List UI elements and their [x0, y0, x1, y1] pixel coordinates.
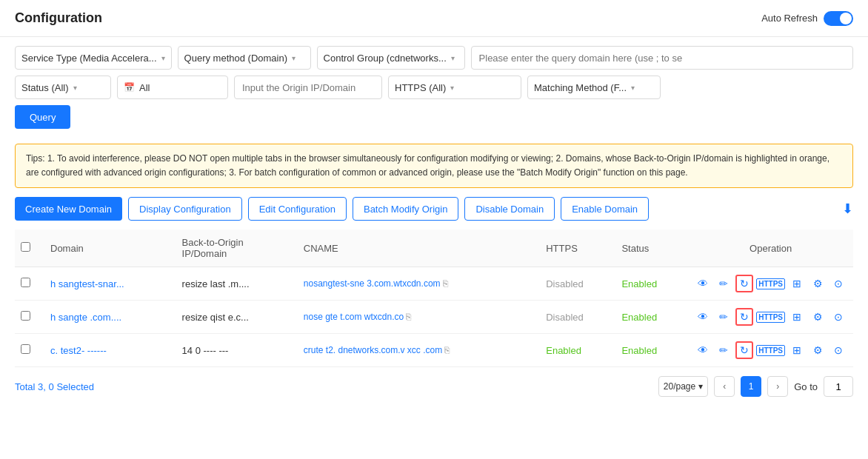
total-info: Total 3, 0 Selected [15, 381, 94, 392]
goto-label: Go to [794, 381, 818, 392]
grid-icon[interactable]: ⊞ [788, 275, 806, 292]
auto-refresh-label: Auto Refresh [761, 13, 818, 24]
copy-icon[interactable]: ⎘ [443, 278, 448, 289]
row-checkbox[interactable] [21, 311, 30, 321]
query-domain-input[interactable] [471, 46, 853, 70]
chevron-down-icon: ▾ [73, 84, 77, 92]
refresh-config-icon[interactable]: ↻ [735, 341, 753, 359]
more-icon[interactable]: ⊙ [829, 341, 847, 359]
tips-box: Tips: 1. To avoid interference, please D… [15, 144, 853, 188]
batch-modify-origin-button[interactable]: Batch Modify Origin [353, 197, 458, 221]
prev-page-button[interactable]: ‹ [714, 376, 735, 397]
page-title: Configuration [15, 10, 102, 26]
domain-name[interactable]: h sangtest-snar... [50, 278, 170, 289]
query-method-select[interactable]: Query method (Domain) ▾ [178, 46, 311, 70]
filter-row-1: Service Type (Media Accelera... ▾ Query … [15, 46, 853, 70]
col-status: Status [615, 230, 688, 267]
create-new-domain-button[interactable]: Create New Domain [15, 197, 122, 221]
view-icon[interactable]: 👁 [694, 341, 712, 359]
action-bar: Create New Domain Display Configuration … [0, 197, 868, 230]
https-icon[interactable]: HTTPS [756, 278, 785, 289]
row-checkbox[interactable] [21, 344, 30, 354]
filter-row-2: Status (All) ▾ 📅 All HTTPS (All) ▾ Match… [15, 76, 853, 99]
table-header-row: Domain Back-to-OriginIP/Domain CNAME HTT… [15, 230, 853, 267]
refresh-config-icon[interactable]: ↻ [735, 308, 753, 326]
page-size-select[interactable]: 20/page ▾ [658, 376, 708, 397]
copy-icon[interactable]: ⎘ [444, 345, 450, 355]
header: Configuration Auto Refresh [0, 0, 868, 37]
col-https: HTTPS [540, 230, 615, 267]
https-select[interactable]: HTTPS (All) ▾ [388, 76, 521, 99]
next-page-button[interactable]: › [767, 376, 788, 397]
download-icon[interactable]: ⬇ [842, 201, 853, 217]
https-cell: Disabled [540, 267, 615, 301]
row-checkbox[interactable] [21, 278, 30, 287]
chevron-down-icon: ▾ [451, 54, 455, 62]
col-domain: Domain [44, 230, 176, 267]
disable-domain-button[interactable]: Disable Domain [464, 197, 555, 221]
col-origin: Back-to-OriginIP/Domain [176, 230, 298, 267]
select-all-checkbox[interactable] [21, 242, 30, 252]
query-button[interactable]: Query [15, 105, 70, 129]
view-icon[interactable]: 👁 [694, 275, 712, 292]
col-operation: Operation [688, 230, 853, 267]
edit-icon[interactable]: ✏ [715, 341, 732, 359]
domain-cell: c. test2- ------ [44, 334, 176, 367]
domain-table: Domain Back-to-OriginIP/Domain CNAME HTT… [15, 230, 853, 367]
grid-icon[interactable]: ⊞ [788, 341, 806, 359]
auto-refresh-toggle[interactable] [824, 11, 853, 26]
origin-ip-input[interactable] [234, 76, 382, 99]
origin-value: 14 0 ---- --- [182, 345, 292, 356]
chevron-down-icon: ▾ [698, 381, 703, 392]
grid-icon[interactable]: ⊞ [788, 308, 806, 326]
copy-icon[interactable]: ⎘ [406, 312, 411, 322]
operation-cell: 👁 ✏ ↻ HTTPS ⊞ ⚙ ⊙ [688, 334, 853, 367]
status-cell: Enabled [615, 334, 688, 367]
chevron-down-icon: ▾ [450, 84, 454, 92]
more-icon[interactable]: ⊙ [829, 308, 847, 326]
page-1-button[interactable]: 1 [741, 376, 761, 397]
share-icon[interactable]: ⚙ [809, 341, 827, 359]
cname-cell: nosangtest-sne 3.com.wtxcdn.com ⎘ [298, 267, 540, 301]
display-configuration-button[interactable]: Display Configuration [128, 197, 242, 221]
edit-configuration-button[interactable]: Edit Configuration [248, 197, 347, 221]
domain-name[interactable]: h sangte .com.... [50, 312, 170, 323]
filter-area: Service Type (Media Accelera... ▾ Query … [0, 37, 868, 144]
control-group-select[interactable]: Control Group (cdnetworks... ▾ [317, 46, 465, 70]
calendar-icon: 📅 [124, 82, 135, 93]
cname-cell: nose gte t.com wtxcdn.co ⎘ [298, 301, 540, 334]
origin-value: resize qist e.c... [182, 312, 292, 323]
share-icon[interactable]: ⚙ [809, 308, 827, 326]
domain-name[interactable]: c. test2- ------ [50, 345, 170, 356]
more-icon[interactable]: ⊙ [829, 275, 847, 292]
table-row: c. test2- ------ 14 0 ---- --- crute t2.… [15, 334, 853, 367]
chevron-down-icon: ▾ [631, 84, 635, 92]
table-row: h sangtest-snar... resize last .m.... no… [15, 267, 853, 301]
edit-icon[interactable]: ✏ [715, 308, 732, 326]
view-icon[interactable]: 👁 [694, 308, 712, 326]
enable-domain-button[interactable]: Enable Domain [561, 197, 649, 221]
date-picker[interactable]: 📅 All [117, 76, 228, 99]
service-type-select[interactable]: Service Type (Media Accelera... ▾ [15, 46, 172, 70]
https-icon[interactable]: HTTPS [756, 312, 785, 323]
goto-input[interactable] [824, 376, 853, 397]
refresh-config-icon[interactable]: ↻ [735, 275, 753, 292]
cname-cell: crute t2. dnetworks.com.v xcc .com ⎘ [298, 334, 540, 367]
domain-cell: h sangte .com.... [44, 301, 176, 334]
origin-cell: resize last .m.... [176, 267, 298, 301]
col-cname: CNAME [298, 230, 540, 267]
operation-cell: 👁 ✏ ↻ HTTPS ⊞ ⚙ ⊙ [688, 267, 853, 301]
query-button-row: Query [15, 105, 853, 129]
status-select[interactable]: Status (All) ▾ [15, 76, 111, 99]
share-icon[interactable]: ⚙ [809, 275, 827, 292]
matching-method-select[interactable]: Matching Method (F... ▾ [527, 76, 661, 99]
table-row: h sangte .com.... resize qist e.c... nos… [15, 301, 853, 334]
origin-cell: 14 0 ---- --- [176, 334, 298, 367]
table-wrapper: Domain Back-to-OriginIP/Domain CNAME HTT… [0, 230, 868, 367]
edit-icon[interactable]: ✏ [715, 275, 732, 292]
https-icon[interactable]: HTTPS [756, 345, 785, 356]
chevron-down-icon: ▾ [161, 54, 165, 62]
chevron-down-icon: ▾ [292, 54, 296, 62]
status-cell: Enabled [615, 301, 688, 334]
page-wrapper: Configuration Auto Refresh Service Type … [0, 0, 868, 459]
